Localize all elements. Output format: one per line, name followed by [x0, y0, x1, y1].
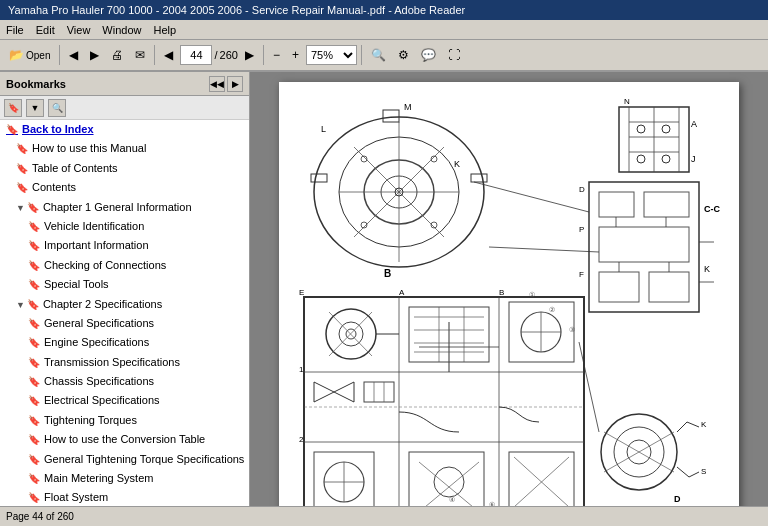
bookmark-how-manual[interactable]: 🔖 How to use this Manual — [0, 139, 249, 158]
zoom-in-button[interactable]: + — [287, 42, 304, 68]
bookmark-ch1[interactable]: ▼ 🔖 Chapter 1 General Information — [0, 198, 249, 217]
bookmark-label-gtight: General Tightening Torque Specifications — [44, 452, 244, 467]
bookmark-general-tight[interactable]: 🔖 General Tightening Torque Specificatio… — [0, 450, 249, 469]
bookmark-label-elspec: Electrical Specifications — [44, 393, 160, 408]
bookmark-contents[interactable]: 🔖 Contents — [0, 178, 249, 197]
bookmark-electrical-specs[interactable]: 🔖 Electrical Specifications — [0, 391, 249, 410]
bookmark-icon-vid: 🔖 — [28, 220, 40, 234]
bookmark-label-gspec: General Specifications — [44, 316, 154, 331]
bookmark-tightening[interactable]: 🔖 Tightening Torques — [0, 411, 249, 430]
bookmark-icon-espec: 🔖 — [28, 336, 40, 350]
svg-text:A: A — [399, 288, 405, 297]
bookmark-engine-specs[interactable]: 🔖 Engine Specifications — [0, 333, 249, 352]
sidebar-options-btn[interactable]: ▼ — [26, 99, 44, 117]
bookmark-special-tools[interactable]: 🔖 Special Tools — [0, 275, 249, 294]
print-button[interactable]: 🖨 — [106, 42, 128, 68]
menu-file[interactable]: File — [6, 24, 24, 36]
bookmark-icon-ch2: 🔖 — [27, 298, 39, 312]
bookmark-icon-imp: 🔖 — [28, 239, 40, 253]
bookmark-icon-contents: 🔖 — [16, 181, 28, 195]
svg-text:M: M — [404, 102, 412, 112]
status-bar: Page 44 of 260 — [0, 506, 768, 526]
page-number-input[interactable]: 44 — [180, 45, 212, 65]
separator-4 — [361, 45, 362, 65]
svg-text:K: K — [454, 159, 460, 169]
forward-button[interactable]: ▶ — [85, 42, 104, 68]
bookmark-label-meter: Main Metering System — [44, 471, 153, 486]
svg-text:③: ③ — [569, 326, 575, 333]
total-pages: 260 — [220, 49, 238, 61]
sidebar-expand-btn[interactable]: ▶ — [227, 76, 243, 92]
svg-text:K: K — [701, 420, 707, 429]
bookmark-icon-ch1: 🔖 — [27, 201, 39, 215]
bookmark-label-espec: Engine Specifications — [44, 335, 149, 350]
zoom-select[interactable]: 75% 100% 125% 150% — [306, 45, 357, 65]
bookmark-label-float: Float System — [44, 490, 108, 505]
svg-text:A: A — [691, 119, 697, 129]
sidebar-title: Bookmarks — [6, 78, 66, 90]
bookmark-icon-meter: 🔖 — [28, 472, 40, 486]
bookmark-label-check: Checking of Connections — [44, 258, 166, 273]
bookmarks-list[interactable]: 🔖 Back to Index 🔖 How to use this Manual… — [0, 120, 249, 506]
svg-text:J: J — [691, 154, 696, 164]
status-page-info: Page 44 of 260 — [6, 511, 74, 522]
bookmark-label-vid: Vehicle Identification — [44, 219, 144, 234]
sidebar-collapse-btn[interactable]: ◀◀ — [209, 76, 225, 92]
bookmark-float[interactable]: 🔖 Float System — [0, 488, 249, 506]
sidebar-search-btn[interactable]: 🔍 — [48, 99, 66, 117]
bookmark-transmission-specs[interactable]: 🔖 Transmission Specifications — [0, 353, 249, 372]
open-label: Open — [26, 50, 50, 61]
bookmark-icon-check: 🔖 — [28, 259, 40, 273]
sidebar-header: Bookmarks ◀◀ ▶ — [0, 72, 249, 96]
zoom-out-button[interactable]: − — [268, 42, 285, 68]
menu-view[interactable]: View — [67, 24, 91, 36]
bookmark-toc[interactable]: 🔖 Table of Contents — [0, 159, 249, 178]
bookmark-checking[interactable]: 🔖 Checking of Connections — [0, 256, 249, 275]
tools-button[interactable]: ⚙ — [393, 42, 414, 68]
bookmark-label-tight: Tightening Torques — [44, 413, 137, 428]
menu-window[interactable]: Window — [102, 24, 141, 36]
email-button[interactable]: ✉ — [130, 42, 150, 68]
bookmark-icon-conv: 🔖 — [28, 433, 40, 447]
bookmark-label-tools: Special Tools — [44, 277, 109, 292]
bookmark-label-imp: Important Information — [44, 238, 149, 253]
bookmark-back-index[interactable]: 🔖 Back to Index — [0, 120, 249, 139]
document-area[interactable]: B M L K — [250, 72, 768, 506]
bookmark-icon-float: 🔖 — [28, 491, 40, 505]
bookmark-chassis-specs[interactable]: 🔖 Chassis Specifications — [0, 372, 249, 391]
svg-text:S: S — [701, 467, 706, 476]
bookmark-important-info[interactable]: 🔖 Important Information — [0, 236, 249, 255]
fullscreen-button[interactable]: ⛶ — [443, 42, 465, 68]
find-button[interactable]: 🔍 — [366, 42, 391, 68]
bookmark-label-back: Back to Index — [22, 122, 94, 137]
menu-help[interactable]: Help — [153, 24, 176, 36]
bookmark-ch2[interactable]: ▼ 🔖 Chapter 2 Specifications — [0, 295, 249, 314]
bookmark-general-specs[interactable]: 🔖 General Specifications — [0, 314, 249, 333]
bookmark-icon-back: 🔖 — [6, 123, 18, 137]
bookmark-main-metering[interactable]: 🔖 Main Metering System — [0, 469, 249, 488]
svg-text:④: ④ — [449, 496, 455, 503]
menu-bar: File Edit View Window Help — [0, 20, 768, 40]
bookmark-vehicle-id[interactable]: 🔖 Vehicle Identification — [0, 217, 249, 236]
title-text: Yamaha Pro Hauler 700 1000 - 2004 2005 2… — [8, 4, 465, 16]
bookmark-conversion[interactable]: 🔖 How to use the Conversion Table — [0, 430, 249, 449]
ch2-expand-icon: ▼ — [16, 299, 25, 312]
next-page-button[interactable]: ▶ — [240, 42, 259, 68]
back-button[interactable]: ◀ — [64, 42, 83, 68]
sidebar-controls: ◀◀ ▶ — [209, 76, 243, 92]
bookmark-tool-btn[interactable]: 🔖 — [4, 99, 22, 117]
bookmark-icon-tight: 🔖 — [28, 414, 40, 428]
comment-button[interactable]: 💬 — [416, 42, 441, 68]
bookmark-label-cspec: Chassis Specifications — [44, 374, 154, 389]
prev-page-button[interactable]: ◀ — [159, 42, 178, 68]
bookmark-label-toc: Table of Contents — [32, 161, 118, 176]
bookmark-icon-elspec: 🔖 — [28, 394, 40, 408]
bookmark-icon-how: 🔖 — [16, 142, 28, 156]
bookmark-label-how: How to use this Manual — [32, 141, 146, 156]
page-separator: / — [214, 49, 217, 61]
menu-edit[interactable]: Edit — [36, 24, 55, 36]
bookmark-icon-tools: 🔖 — [28, 278, 40, 292]
open-button[interactable]: 📂 Open — [4, 42, 55, 68]
sidebar-toolbar: 🔖 ▼ 🔍 — [0, 96, 249, 120]
bookmark-icon-tspec: 🔖 — [28, 356, 40, 370]
